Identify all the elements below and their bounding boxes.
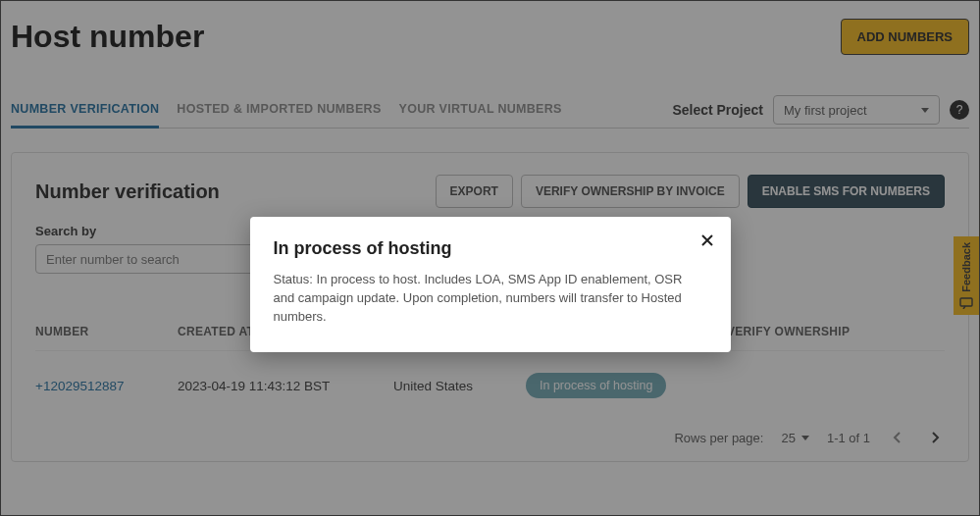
status-modal: In process of hosting Status: In process… — [250, 217, 731, 352]
close-icon — [699, 232, 715, 248]
modal-body: Status: In process to host. Includes LOA… — [274, 271, 707, 327]
modal-overlay[interactable]: In process of hosting Status: In process… — [1, 1, 979, 515]
close-button[interactable] — [699, 232, 715, 248]
modal-title: In process of hosting — [274, 238, 707, 259]
